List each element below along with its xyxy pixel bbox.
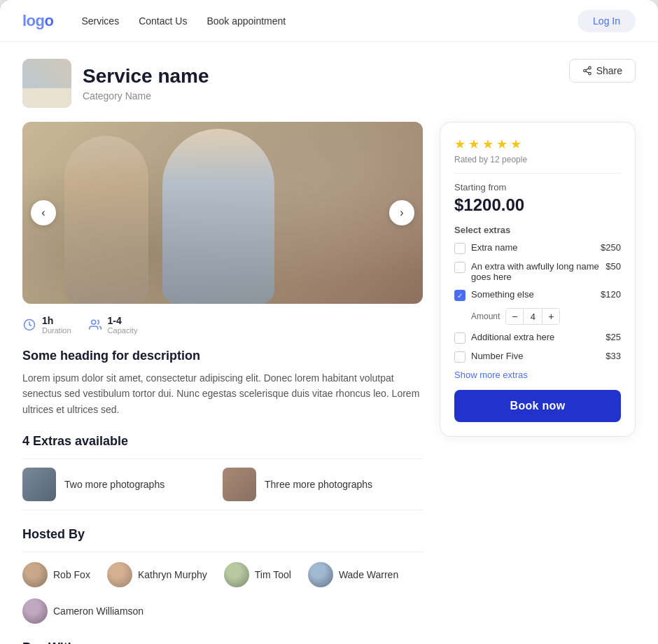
- pay-with-heading: Pay With: [22, 640, 423, 644]
- booking-card: ★ ★ ★ ★ ★ Rated by 12 people Starting fr…: [440, 122, 636, 437]
- main-content: Service name Category Name Share ‹: [0, 42, 658, 644]
- capacity-meta: 1-4 Capacity: [88, 315, 138, 335]
- extra-option-1-left: Extra name: [454, 242, 517, 254]
- svg-line-4: [586, 69, 589, 70]
- list-item: Cameron Williamson: [22, 598, 144, 624]
- extra-option-3-label: Something else: [471, 289, 534, 300]
- carousel-prev-button[interactable]: ‹: [31, 200, 56, 225]
- extra-option-2-left: An extra with awfully long name goes her…: [454, 261, 600, 282]
- service-header: Service name Category Name Share: [22, 59, 636, 108]
- extra-option-2: An extra with awfully long name goes her…: [454, 261, 621, 282]
- logo: logo: [22, 12, 53, 30]
- service-category: Category Name: [83, 90, 209, 102]
- amount-decrement-button[interactable]: −: [506, 309, 523, 324]
- host-name-1: Rob Fox: [53, 569, 90, 580]
- login-button[interactable]: Log In: [578, 10, 636, 32]
- extra-thumbnail-2: [223, 468, 256, 501]
- show-more-extras-link[interactable]: Show more extras: [454, 370, 621, 380]
- svg-point-2: [588, 72, 591, 75]
- amount-control: − +: [505, 308, 560, 325]
- extra-checkbox-2[interactable]: [454, 262, 465, 273]
- list-item: Wade Warren: [308, 562, 398, 587]
- extra-checkbox-3[interactable]: ✓: [454, 290, 465, 301]
- nav-link-services[interactable]: Services: [81, 15, 119, 27]
- content-grid: ‹ › 1h Duration: [22, 122, 636, 644]
- extra-option-2-label: An extra with awfully long name goes her…: [471, 261, 600, 282]
- share-button[interactable]: Share: [569, 59, 636, 83]
- duration-value: 1h: [42, 315, 71, 326]
- nav-link-contact[interactable]: Contact Us: [139, 15, 187, 27]
- star-1: ★: [454, 136, 465, 152]
- amount-label: Amount: [471, 312, 500, 321]
- extra-option-5: Number Five $33: [454, 351, 621, 363]
- price: $1200.00: [454, 195, 621, 215]
- nav-link-book[interactable]: Book appointment: [206, 15, 286, 27]
- description-text: Lorem ipsum dolor sit amet, consectetur …: [22, 370, 423, 417]
- svg-point-0: [588, 66, 591, 69]
- select-extras-label: Select extras: [454, 225, 621, 235]
- duration-label: Duration: [42, 326, 71, 335]
- extra-option-3-price: $120: [601, 289, 621, 300]
- extras-grid: Two more photographs Three more photogra…: [22, 458, 423, 510]
- list-item: Kathryn Murphy: [107, 562, 207, 587]
- rating-count: Rated by 12 people: [454, 155, 621, 164]
- amount-increment-button[interactable]: +: [542, 309, 559, 324]
- avatar: [308, 562, 333, 587]
- stars-row: ★ ★ ★ ★ ★: [454, 136, 621, 152]
- star-3: ★: [482, 136, 493, 152]
- extra-checkbox-1[interactable]: [454, 243, 465, 254]
- svg-point-1: [583, 69, 586, 72]
- host-name-5: Cameron Williamson: [53, 606, 144, 617]
- extra-option-4-label: Additional extra here: [471, 332, 554, 342]
- avatar: [224, 562, 249, 587]
- star-2: ★: [468, 136, 479, 152]
- extra-checkbox-4[interactable]: [454, 332, 465, 344]
- hosted-by-section: Hosted By Rob Fox Kathryn Murphy Tim: [22, 527, 423, 624]
- svg-point-6: [91, 320, 95, 324]
- extras-section: 4 Extras available Two more photographs: [22, 434, 423, 510]
- pay-with-section: Pay With: [22, 640, 423, 644]
- image-carousel: ‹ ›: [22, 122, 423, 304]
- clock-icon: [22, 318, 36, 332]
- star-4: ★: [496, 136, 507, 152]
- extra-option-1-label: Extra name: [471, 242, 517, 253]
- extra-option-1: Extra name $250: [454, 242, 621, 254]
- capacity-text-group: 1-4 Capacity: [108, 315, 138, 335]
- list-item: Two more photographs: [22, 459, 223, 510]
- starting-from-label: Starting from: [454, 182, 621, 192]
- svg-line-3: [586, 71, 589, 73]
- extra-option-3: ✓ Something else $120: [454, 289, 621, 301]
- extra-option-3-left: ✓ Something else: [454, 289, 534, 301]
- list-item: Three more photographs: [223, 459, 423, 510]
- carousel-next-button[interactable]: ›: [389, 200, 414, 225]
- star-5: ★: [510, 136, 522, 152]
- avatar: [22, 562, 48, 587]
- amount-input[interactable]: [523, 309, 542, 324]
- service-title: Service name: [83, 65, 209, 88]
- list-item: Tim Tool: [224, 562, 291, 587]
- extra-option-2-price: $50: [606, 261, 621, 272]
- extra-label-1: Two more photographs: [64, 479, 164, 490]
- extra-option-5-price: $33: [606, 351, 621, 361]
- navbar: logo Services Contact Us Book appointmen…: [0, 0, 658, 42]
- extra-thumbnail-1: [22, 468, 56, 501]
- extra-option-1-price: $250: [601, 242, 621, 253]
- duration-text-group: 1h Duration: [42, 315, 71, 335]
- extra-label-2: Three more photographs: [265, 479, 372, 490]
- extras-heading: 4 Extras available: [22, 434, 423, 449]
- service-header-left: Service name Category Name: [22, 59, 209, 108]
- description-heading: Some heading for description: [22, 349, 423, 363]
- share-icon: [582, 66, 592, 76]
- person-icon: [88, 318, 102, 332]
- host-name-3: Tim Tool: [255, 569, 291, 580]
- service-meta: 1h Duration: [22, 315, 423, 335]
- nav-links: Services Contact Us Book appointment: [81, 15, 578, 27]
- extra-option-4-price: $25: [606, 332, 621, 342]
- service-thumbnail: [22, 59, 71, 108]
- host-name-4: Wade Warren: [339, 569, 398, 580]
- avatar: [107, 562, 132, 587]
- host-name-2: Kathryn Murphy: [138, 569, 207, 580]
- book-now-button[interactable]: Book now: [454, 390, 621, 422]
- extra-checkbox-5[interactable]: [454, 351, 465, 363]
- carousel-image: [22, 122, 423, 304]
